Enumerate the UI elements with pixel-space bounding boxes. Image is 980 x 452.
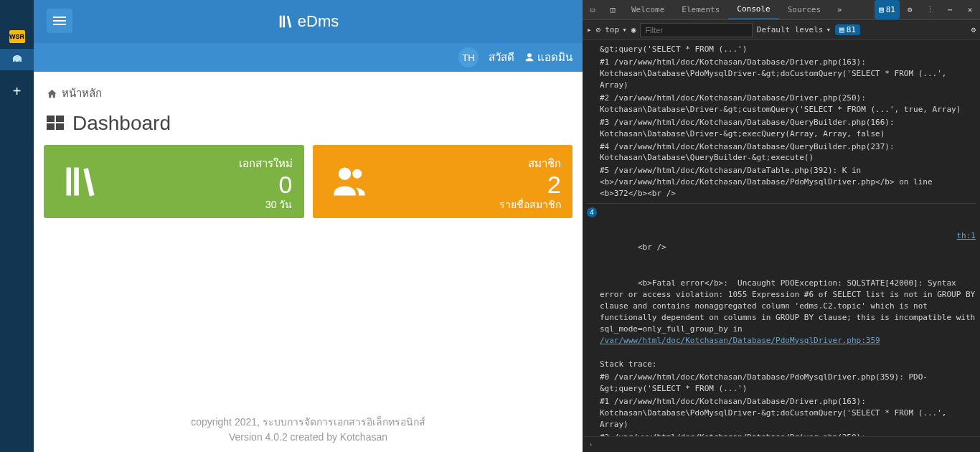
toolbar-issues-badge[interactable]: ▤ 81: [835, 24, 860, 35]
log-line: #1 /var/www/html/doc/Kotchasan/Database/…: [587, 395, 976, 431]
home-icon: [47, 88, 57, 99]
log-line: #0 /var/www/html/doc/Kotchasan/Database/…: [587, 371, 976, 395]
os-side-rail: WSR +: [0, 0, 34, 452]
rail-app-1[interactable]: [0, 0, 34, 24]
log-line: #2 /var/www/html/doc/Kotchasan/Database/…: [587, 431, 976, 436]
tab-sources[interactable]: Sources: [779, 0, 829, 19]
card-members[interactable]: สมาชิก 2 รายชื่อสมาชิก: [313, 145, 573, 218]
devtools-panel: ▭ ◫ Welcome Elements Console Sources » ▤…: [583, 0, 980, 452]
page-title-text: Dashboard: [72, 112, 171, 135]
documents-icon: [62, 163, 99, 200]
kebab-icon[interactable]: ⋮: [920, 0, 940, 19]
source-link[interactable]: th:1: [957, 230, 976, 242]
users-icon: [331, 163, 368, 200]
brand[interactable]: eDms: [278, 12, 339, 31]
inspect-icon[interactable]: ◫: [603, 0, 623, 19]
log-line: #3 /var/www/html/doc/Kotchasan/Database/…: [587, 116, 976, 141]
footer: copyright 2021, ระบบการจัดการเอกสารอิเล็…: [34, 415, 583, 445]
breadcrumb-home: หน้าหลัก: [62, 85, 102, 102]
sidebar-toggle-icon[interactable]: ▸: [587, 25, 592, 34]
app-topbar: eDms: [34, 0, 583, 43]
hamburger-icon: [53, 20, 66, 22]
dashboard-icon: [47, 116, 65, 131]
settings-icon[interactable]: ⚙: [900, 0, 920, 19]
console-toolbar: ▸ ⊘ top ▾ ◉ Default levels ▾ ▤ 81 ⚙: [583, 20, 980, 40]
log-group: 4 th:1 <br /> <b>Fatal error</b>: Uncaug…: [587, 203, 976, 436]
breadcrumb[interactable]: หน้าหลัก: [34, 85, 583, 108]
tab-elements[interactable]: Elements: [673, 0, 728, 19]
device-toggle-icon[interactable]: ▭: [583, 0, 603, 19]
person-icon: [524, 52, 534, 62]
card-sub: 30 วัน: [105, 197, 293, 212]
clear-console-icon[interactable]: ⊘: [596, 25, 601, 34]
brand-text: eDms: [298, 12, 339, 31]
page-title: Dashboard: [34, 108, 583, 145]
console-settings-icon[interactable]: ⚙: [971, 25, 976, 34]
log-line: #1 /var/www/html/doc/Kotchasan/Database/…: [587, 56, 976, 92]
tab-console[interactable]: Console: [728, 0, 778, 19]
rail-add-button[interactable]: +: [0, 79, 34, 103]
issues-badge[interactable]: ▤ 81: [875, 0, 900, 19]
rail-app-2[interactable]: WSR: [0, 24, 34, 49]
footer-version: Version 4.0.2 created by Kotchasan: [34, 430, 583, 445]
app-subbar: TH สวัสดี แอดมิน: [34, 43, 583, 72]
language-badge[interactable]: TH: [458, 47, 479, 67]
log-error: <b>Fatal error</b>: Uncaught PDOExceptio…: [587, 265, 976, 359]
user-name: แอดมิน: [537, 49, 573, 66]
error-file-link[interactable]: /var/www/html/doc/Kotchasan/Database/Pdo…: [600, 336, 880, 345]
log-line: #4 /var/www/html/doc/Kotchasan/Database/…: [587, 141, 976, 165]
log-line: #2 /var/www/html/doc/Kotchasan/Database/…: [587, 92, 976, 116]
context-select[interactable]: top ▾: [605, 25, 627, 34]
log-levels-select[interactable]: Default levels ▾: [757, 25, 831, 34]
card-label: สมาชิก: [374, 155, 562, 172]
card-value: 2: [374, 172, 562, 197]
filter-input[interactable]: [640, 23, 752, 37]
user-link[interactable]: แอดมิน: [524, 49, 573, 66]
repeat-count-badge: 4: [587, 207, 597, 217]
log-line: Stack trace:: [587, 358, 976, 371]
rail-app-active[interactable]: [0, 49, 34, 70]
greeting-text: สวัสดี: [489, 49, 514, 66]
more-icon[interactable]: ⋯: [940, 0, 960, 19]
eye-icon[interactable]: ◉: [631, 25, 636, 34]
console-output[interactable]: &gt;query('SELECT * FROM (...') #1 /var/…: [583, 40, 980, 436]
app-panel: eDms TH สวัสดี แอดมิน หน้าหลัก Dashboard: [34, 0, 583, 452]
footer-copyright: copyright 2021, ระบบการจัดการเอกสารอิเล็…: [34, 415, 583, 430]
tab-welcome[interactable]: Welcome: [623, 0, 673, 19]
log-line: &gt;query('SELECT * FROM (...'): [587, 43, 976, 56]
menu-button[interactable]: [47, 9, 72, 33]
more-tabs-icon[interactable]: »: [829, 0, 849, 19]
elephant-icon: [11, 53, 24, 66]
devtools-tabs: ▭ ◫ Welcome Elements Console Sources » ▤…: [583, 0, 980, 20]
log-head: 4 th:1 <br />: [587, 207, 976, 265]
books-icon: [278, 14, 293, 29]
card-label: เอกสารใหม่: [105, 155, 293, 172]
close-icon[interactable]: ✕: [960, 0, 980, 19]
card-sub: รายชื่อสมาชิก: [374, 197, 562, 212]
app-body: หน้าหลัก Dashboard เอกสารใหม่ 0 30 วัน: [34, 72, 583, 452]
card-new-documents[interactable]: เอกสารใหม่ 0 30 วัน: [44, 145, 304, 218]
card-value: 0: [105, 172, 293, 197]
console-prompt[interactable]: ›: [583, 436, 980, 452]
log-line: #5 /var/www/html/doc/Kotchasan/DataTable…: [587, 164, 976, 200]
